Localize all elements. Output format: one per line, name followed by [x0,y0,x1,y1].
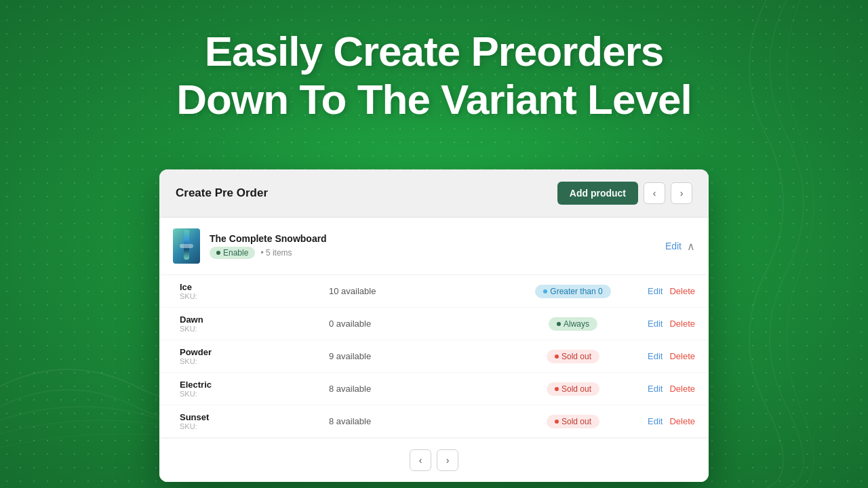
variant-edit-button[interactable]: Edit [648,384,663,394]
main-card: Create Pre Order Add product ‹ › The Com… [159,169,709,482]
variant-stock: 9 available [315,351,519,361]
variant-edit-col: Edit Delete [627,384,695,394]
variant-edit-col: Edit Delete [627,351,695,361]
variant-name: Powder [180,347,315,357]
variant-status-badge: Greater than 0 [535,285,610,298]
variant-stock: 8 available [315,416,519,426]
variant-status-col: Greater than 0 [519,285,627,298]
variant-name: Sunset [180,412,315,422]
card-body: The Complete Snowboard Enable • 5 items … [159,218,709,438]
variants-list: Ice SKU: 10 available Greater than 0 Edi… [159,275,709,438]
card-wrapper: Create Pre Order Add product ‹ › The Com… [159,169,709,482]
variant-stock: 8 available [315,384,519,394]
card-header: Create Pre Order Add product ‹ › [159,169,709,218]
variant-edit-button[interactable]: Edit [648,351,663,361]
page-prev-button[interactable]: ‹ [410,449,431,471]
table-row: Powder SKU: 9 available Sold out Edit De… [159,340,709,373]
variant-name-col: Dawn SKU: [180,314,315,333]
variant-name-col: Sunset SKU: [180,412,315,430]
product-items-count: • 5 items [260,248,292,258]
add-product-button[interactable]: Add product [557,182,638,205]
variant-edit-col: Edit Delete [627,319,695,329]
table-row: Electric SKU: 8 available Sold out Edit … [159,373,709,405]
hero-line1: Easily Create Preorders [205,28,664,75]
variant-status-badge: Sold out [547,382,599,396]
variant-delete-button[interactable]: Delete [669,384,695,394]
variant-edit-col: Edit Delete [627,286,695,296]
variant-name-col: Powder SKU: [180,347,315,365]
product-name: The Complete Snowboard [210,233,327,244]
variant-sku: SKU: [180,357,315,365]
variant-name: Electric [180,380,315,390]
product-actions: Edit ∧ [665,240,695,253]
variant-sku: SKU: [180,422,315,430]
variant-name: Dawn [180,314,315,325]
variant-name: Ice [180,282,315,292]
product-status-badge: Enable [210,247,255,259]
variant-status-badge: Sold out [547,415,599,428]
variant-sku: SKU: [180,292,315,300]
variant-name-col: Ice SKU: [180,282,315,300]
variant-delete-button[interactable]: Delete [669,351,695,361]
product-edit-button[interactable]: Edit [665,241,682,251]
chevron-up-icon[interactable]: ∧ [687,240,695,253]
variant-edit-button[interactable]: Edit [648,319,663,329]
table-row: Ice SKU: 10 available Greater than 0 Edi… [159,275,709,308]
header-actions: Add product ‹ › [557,182,692,205]
variant-status-col: Sold out [519,382,627,396]
variant-status-badge: Always [549,317,597,331]
hero-title: Easily Create Preorders Down To The Vari… [0,27,868,124]
variant-edit-col: Edit Delete [627,416,695,426]
variant-stock: 0 available [315,319,519,329]
variant-status-col: Always [519,317,627,331]
variant-delete-button[interactable]: Delete [669,286,695,296]
variant-edit-button[interactable]: Edit [648,286,663,296]
variant-sku: SKU: [180,390,315,398]
page-next-button[interactable]: › [437,449,458,471]
variant-edit-button[interactable]: Edit [648,416,663,426]
table-row: Dawn SKU: 0 available Always Edit Delete [159,308,709,340]
variant-delete-button[interactable]: Delete [669,416,695,426]
variant-status-col: Sold out [519,350,627,363]
variant-delete-button[interactable]: Delete [669,319,695,329]
variant-sku: SKU: [180,325,315,333]
nav-prev-button[interactable]: ‹ [644,182,665,204]
product-header-row: The Complete Snowboard Enable • 5 items … [159,218,709,275]
card-footer: ‹ › [159,438,709,482]
product-info: The Complete Snowboard Enable • 5 items [173,228,327,264]
card-title: Create Pre Order [176,186,268,200]
hero-section: Easily Create Preorders Down To The Vari… [0,0,868,124]
product-details: The Complete Snowboard Enable • 5 items [210,233,327,259]
table-row: Sunset SKU: 8 available Sold out Edit De… [159,405,709,438]
variant-status-badge: Sold out [547,350,599,363]
variant-name-col: Electric SKU: [180,380,315,398]
variant-status-col: Sold out [519,415,627,428]
hero-line2: Down To The Variant Level [176,76,691,123]
variant-stock: 10 available [315,286,519,296]
nav-next-button[interactable]: › [671,182,692,204]
product-meta: Enable • 5 items [210,247,327,259]
product-image [173,228,200,264]
